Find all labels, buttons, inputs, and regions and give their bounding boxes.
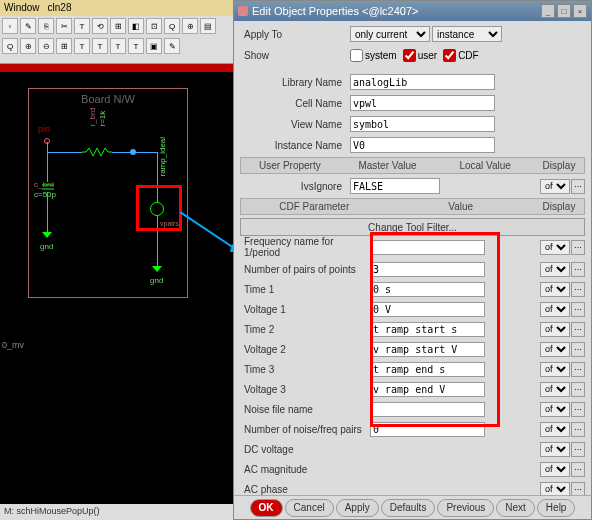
svg-line-2 xyxy=(180,212,240,252)
maximize-button[interactable]: □ xyxy=(557,4,571,18)
toolbar-btn[interactable]: ✎ xyxy=(20,18,36,34)
close-button[interactable]: × xyxy=(573,4,587,18)
toolbar-btn[interactable]: ◧ xyxy=(128,18,144,34)
apply-type-select[interactable]: instance xyxy=(432,26,502,42)
toolbar-btn[interactable]: T xyxy=(74,18,90,34)
toolbar-btn[interactable]: T xyxy=(128,38,144,54)
param-input[interactable] xyxy=(370,322,485,337)
menu-window[interactable]: Window xyxy=(4,2,40,14)
display-select[interactable]: off xyxy=(540,462,570,477)
param-label: Time 2 xyxy=(240,324,370,335)
apply-scope-select[interactable]: only current xyxy=(350,26,430,42)
display-select[interactable]: off xyxy=(540,422,570,437)
board-title: Board N/W xyxy=(29,89,187,109)
cancel-button[interactable]: Cancel xyxy=(285,499,334,517)
cell-name-input[interactable] xyxy=(350,95,495,111)
ellipsis-button[interactable]: ⋯ xyxy=(571,302,585,317)
toolbar-btn[interactable]: ▫ xyxy=(2,18,18,34)
toolbar-btn[interactable]: ⊞ xyxy=(56,38,72,54)
toolbar-btn[interactable]: ✂ xyxy=(56,18,72,34)
toolbar-btn[interactable]: ⊖ xyxy=(38,38,54,54)
menu-cln28[interactable]: cln28 xyxy=(48,2,72,14)
show-cdf-checkbox[interactable] xyxy=(443,49,456,62)
toolbar-btn[interactable]: T xyxy=(110,38,126,54)
next-button[interactable]: Next xyxy=(496,499,535,517)
ellipsis-button[interactable]: ⋯ xyxy=(571,482,585,496)
param-input[interactable] xyxy=(370,422,485,437)
toolbar-btn[interactable]: ⊡ xyxy=(146,18,162,34)
ellipsis-button[interactable]: ⋯ xyxy=(571,342,585,357)
param-label: Voltage 1 xyxy=(240,304,370,315)
param-label: Voltage 2 xyxy=(240,344,370,355)
change-tool-filter-button[interactable]: Change Tool Filter... xyxy=(240,218,585,236)
ellipsis-button[interactable]: ⋯ xyxy=(571,422,585,437)
instance-name-input[interactable] xyxy=(350,137,495,153)
show-system-checkbox[interactable] xyxy=(350,49,363,62)
display-select[interactable]: off xyxy=(540,179,570,194)
ellipsis-button[interactable]: ⋯ xyxy=(571,402,585,417)
toolbar-btn[interactable]: ⟲ xyxy=(92,18,108,34)
toolbar-btn[interactable]: Q xyxy=(2,38,18,54)
param-input[interactable] xyxy=(370,402,485,417)
display-select[interactable]: off xyxy=(540,342,570,357)
toolbar-btn[interactable]: T xyxy=(92,38,108,54)
param-row: Time 2off⋯ xyxy=(240,320,585,338)
ivsignore-input[interactable] xyxy=(350,178,440,194)
display-select[interactable]: off xyxy=(540,240,570,255)
display-select[interactable]: off xyxy=(540,322,570,337)
ellipsis-button[interactable]: ⋯ xyxy=(571,382,585,397)
ellipsis-button[interactable]: ⋯ xyxy=(571,262,585,277)
param-row: Frequency name for 1/periodoff⋯ xyxy=(240,236,585,258)
display-select[interactable]: off xyxy=(540,382,570,397)
param-input[interactable] xyxy=(370,240,485,255)
ellipsis-button[interactable]: ⋯ xyxy=(571,240,585,255)
display-select[interactable]: off xyxy=(540,282,570,297)
ellipsis-button[interactable]: ⋯ xyxy=(571,462,585,477)
show-user-checkbox[interactable] xyxy=(403,49,416,62)
help-button[interactable]: Help xyxy=(537,499,576,517)
view-name-input[interactable] xyxy=(350,116,495,132)
display-select[interactable]: off xyxy=(540,262,570,277)
apply-button[interactable]: Apply xyxy=(336,499,379,517)
param-input[interactable] xyxy=(370,342,485,357)
ellipsis-button[interactable]: ⋯ xyxy=(571,362,585,377)
toolbar-btn[interactable]: ⊞ xyxy=(110,18,126,34)
toolbar-btn[interactable]: Q xyxy=(164,18,180,34)
param-input[interactable] xyxy=(370,362,485,377)
param-label: Frequency name for 1/period xyxy=(240,236,370,258)
ellipsis-button[interactable]: ⋯ xyxy=(571,322,585,337)
ellipsis-button[interactable]: ⋯ xyxy=(571,282,585,297)
schematic-canvas[interactable]: Board N/W pin r_brd r=1k c_brd c=50p gnd… xyxy=(0,72,233,502)
display-select[interactable]: off xyxy=(540,402,570,417)
show-cdf-label: CDF xyxy=(458,50,479,61)
param-row: Number of noise/freq pairsoff⋯ xyxy=(240,420,585,438)
param-input[interactable] xyxy=(370,302,485,317)
toolbar-btn[interactable]: ▣ xyxy=(146,38,162,54)
previous-button[interactable]: Previous xyxy=(437,499,494,517)
toolbar-btn[interactable]: ⎘ xyxy=(38,18,54,34)
toolbar-btn[interactable]: ⊕ xyxy=(20,38,36,54)
edit-properties-dialog: Edit Object Properties <@lc2407> _ □ × A… xyxy=(233,0,592,520)
library-name-input[interactable] xyxy=(350,74,495,90)
display-select[interactable]: off xyxy=(540,442,570,457)
display-select[interactable]: off xyxy=(540,482,570,496)
param-input[interactable] xyxy=(370,382,485,397)
toolbar-btn[interactable]: ▤ xyxy=(200,18,216,34)
library-name-label: Library Name xyxy=(240,77,350,88)
display-select[interactable]: off xyxy=(540,302,570,317)
view-name-label: View Name xyxy=(240,119,350,130)
param-row: Voltage 3off⋯ xyxy=(240,380,585,398)
ellipsis-button[interactable]: ⋯ xyxy=(571,442,585,457)
ellipsis-button[interactable]: ⋯ xyxy=(571,179,585,194)
toolbar-btn[interactable]: ⊕ xyxy=(182,18,198,34)
defaults-button[interactable]: Defaults xyxy=(381,499,436,517)
toolbar-btn[interactable]: ✎ xyxy=(164,38,180,54)
toolbar-btn[interactable]: T xyxy=(74,38,90,54)
dialog-titlebar[interactable]: Edit Object Properties <@lc2407> _ □ × xyxy=(234,1,591,21)
param-input[interactable] xyxy=(370,282,485,297)
display-select[interactable]: off xyxy=(540,362,570,377)
param-input[interactable] xyxy=(370,262,485,277)
minimize-button[interactable]: _ xyxy=(541,4,555,18)
schematic-toolbar: ▫ ✎ ⎘ ✂ T ⟲ ⊞ ◧ ⊡ Q ⊕ ▤ Q ⊕ ⊖ ⊞ T T T T … xyxy=(0,16,233,64)
ok-button[interactable]: OK xyxy=(250,499,283,517)
